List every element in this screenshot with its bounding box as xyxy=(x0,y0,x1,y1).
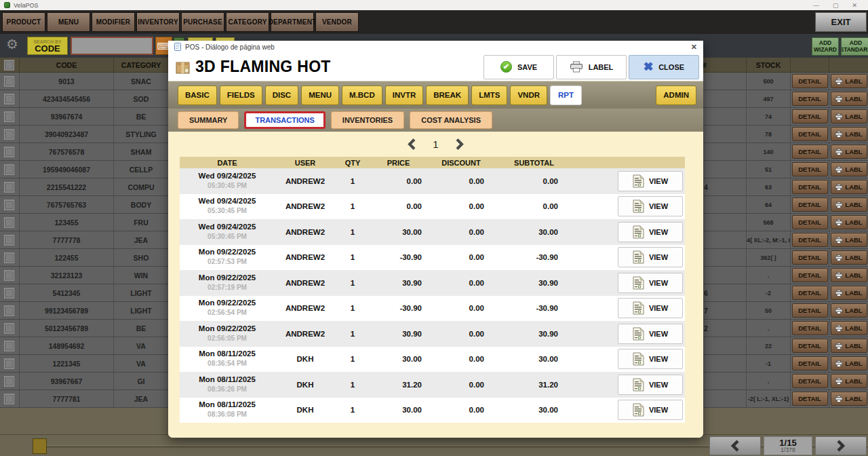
label-print-button[interactable]: LABL xyxy=(831,339,867,353)
detail-button[interactable]: DETAIL xyxy=(792,109,828,124)
row-checkbox[interactable] xyxy=(4,288,14,298)
row-checkbox[interactable] xyxy=(4,129,14,139)
row-checkbox[interactable] xyxy=(4,94,14,104)
detail-button[interactable]: DETAIL xyxy=(792,392,828,406)
label-print-button[interactable]: LABL xyxy=(831,303,867,318)
label-print-button[interactable]: LABL xyxy=(831,127,867,141)
detail-button[interactable]: DETAIL xyxy=(792,268,828,282)
menu-category[interactable]: CATEGORY xyxy=(226,12,269,32)
dialog-close-icon[interactable]: ✕ xyxy=(691,43,697,52)
row-checkbox[interactable] xyxy=(4,76,14,86)
menu-modifier[interactable]: MODIFIER xyxy=(92,12,135,32)
row-checkbox[interactable] xyxy=(4,305,14,316)
minimize-icon[interactable]: — xyxy=(813,2,819,9)
page-prev-arrow[interactable] xyxy=(407,138,416,151)
detail-button[interactable]: DETAIL xyxy=(792,180,828,194)
add-wizard-button[interactable]: ADD WIZARD xyxy=(812,37,839,56)
label-print-button[interactable]: LABL xyxy=(831,356,867,370)
label-print-button[interactable]: LABL xyxy=(831,197,867,212)
row-checkbox[interactable] xyxy=(4,217,14,227)
row-checkbox[interactable] xyxy=(4,200,14,210)
detail-button[interactable]: DETAIL xyxy=(792,162,828,176)
tab-invtr[interactable]: INVTR xyxy=(385,86,424,105)
menu-menu[interactable]: MENU xyxy=(47,12,90,32)
row-checkbox[interactable] xyxy=(4,341,14,351)
detail-button[interactable]: DETAIL xyxy=(792,321,828,335)
tab-lmts[interactable]: LMTS xyxy=(471,86,507,105)
tab-fields[interactable]: FIELDS xyxy=(220,86,262,105)
label-print-button[interactable]: LABL xyxy=(831,92,867,106)
view-button[interactable]: VIEW xyxy=(618,247,683,267)
menu-product[interactable]: PRODUCT xyxy=(2,12,45,32)
row-checkbox[interactable] xyxy=(4,111,14,121)
label-print-button[interactable]: LABL xyxy=(831,180,867,194)
scrollbar-handle[interactable] xyxy=(33,438,47,454)
next-page-button[interactable] xyxy=(815,436,867,455)
subtab-summary[interactable]: SUMMARY xyxy=(178,111,239,129)
close-button[interactable]: ✖ CLOSE xyxy=(629,55,699,79)
tab-vndr[interactable]: VNDR xyxy=(510,86,547,105)
tab-break[interactable]: BREAK xyxy=(426,86,469,105)
detail-button[interactable]: DETAIL xyxy=(792,286,828,300)
menu-purchase[interactable]: PURCHASE xyxy=(181,12,224,32)
detail-button[interactable]: DETAIL xyxy=(792,374,828,388)
exit-button[interactable]: EXIT xyxy=(815,12,867,32)
detail-button[interactable]: DETAIL xyxy=(792,215,828,229)
gear-icon[interactable]: ⚙ xyxy=(6,36,18,52)
row-checkbox[interactable] xyxy=(4,323,14,333)
view-button[interactable]: VIEW xyxy=(618,349,683,369)
row-checkbox[interactable] xyxy=(4,147,14,157)
detail-button[interactable]: DETAIL xyxy=(792,92,828,106)
view-button[interactable]: VIEW xyxy=(618,375,683,395)
row-checkbox[interactable] xyxy=(4,270,14,280)
tab-basic[interactable]: BASIC xyxy=(178,86,217,105)
view-button[interactable]: VIEW xyxy=(618,273,683,293)
save-button[interactable]: ✔ SAVE xyxy=(484,55,554,79)
row-checkbox[interactable] xyxy=(4,394,14,404)
detail-button[interactable]: DETAIL xyxy=(792,356,828,370)
row-checkbox[interactable] xyxy=(4,182,14,192)
view-button[interactable]: VIEW xyxy=(618,298,683,318)
tab-rpt[interactable]: RPT xyxy=(550,86,582,105)
detail-button[interactable]: DETAIL xyxy=(792,74,828,88)
search-input[interactable] xyxy=(71,37,153,55)
add-standard-button[interactable]: ADD STANDARD xyxy=(841,37,868,56)
label-print-button[interactable]: LABL xyxy=(831,286,867,300)
view-button[interactable]: VIEW xyxy=(618,222,683,242)
row-checkbox[interactable] xyxy=(4,235,14,245)
tab-menu[interactable]: MENU xyxy=(301,86,339,105)
view-button[interactable]: VIEW xyxy=(618,324,683,344)
label-print-button[interactable]: LABL xyxy=(831,162,867,176)
label-print-button[interactable]: LABL xyxy=(831,321,867,335)
label-print-button[interactable]: LABL xyxy=(831,268,867,282)
prev-page-button[interactable] xyxy=(709,436,761,455)
label-print-button[interactable]: LABL xyxy=(831,392,867,406)
search-by-code-button[interactable]: SEARCH BY CODE xyxy=(27,37,68,55)
row-checkbox[interactable] xyxy=(4,376,14,386)
label-print-button[interactable]: LABL xyxy=(831,145,867,159)
detail-button[interactable]: DETAIL xyxy=(792,145,828,159)
detail-button[interactable]: DETAIL xyxy=(792,233,828,247)
subtab-transactions[interactable]: TRANSACTIONS xyxy=(244,111,325,129)
row-checkbox[interactable] xyxy=(4,252,14,263)
menu-vendor[interactable]: VENDOR xyxy=(315,12,359,32)
maximize-icon[interactable]: ▢ xyxy=(833,2,839,9)
label-print-button[interactable]: LABL xyxy=(831,233,867,247)
row-checkbox[interactable] xyxy=(4,164,14,174)
detail-button[interactable]: DETAIL xyxy=(792,303,828,318)
subtab-cost-analysis[interactable]: COST ANALYSIS xyxy=(410,111,492,129)
label-print-button[interactable]: LABL xyxy=(831,215,867,229)
label-button[interactable]: LABEL xyxy=(556,55,627,79)
tab-disc[interactable]: DISC xyxy=(265,86,298,105)
menu-department[interactable]: DEPARTMENT xyxy=(271,12,314,32)
detail-button[interactable]: DETAIL xyxy=(792,197,828,212)
row-checkbox[interactable] xyxy=(4,358,14,368)
label-print-button[interactable]: LABL xyxy=(831,374,867,388)
menu-inventory[interactable]: INVENTORY xyxy=(136,12,180,32)
close-icon[interactable]: ✕ xyxy=(852,2,857,9)
select-all-checkbox[interactable] xyxy=(4,60,14,70)
subtab-inventories[interactable]: INVENTORIES xyxy=(331,111,404,129)
page-next-arrow[interactable] xyxy=(455,138,465,151)
detail-button[interactable]: DETAIL xyxy=(792,339,828,353)
detail-button[interactable]: DETAIL xyxy=(792,250,828,265)
